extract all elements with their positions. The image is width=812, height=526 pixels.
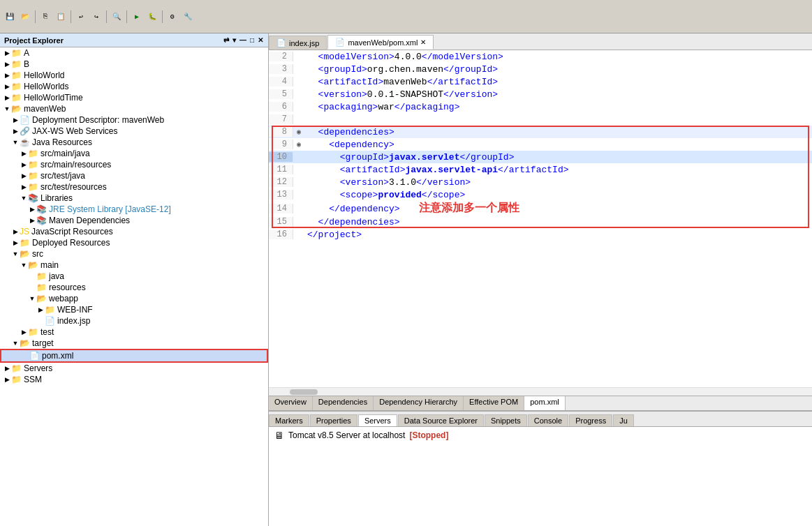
tree-arrow-webapp: ▼: [28, 295, 36, 302]
editor-bottom-tabs-bar: Overview Dependencies Dependency Hierarc…: [269, 396, 812, 411]
tree-item-test[interactable]: ▶ 📁 test: [0, 326, 268, 338]
editor-tab-pom-xml[interactable]: pom.xml: [524, 396, 566, 410]
line-content-5: <version>0.0.1-SNAPSHOT</version>: [304, 89, 812, 100]
tree-item-src-main-res[interactable]: ▶ 📁 src/main/resources: [0, 159, 268, 170]
editor-hscroll[interactable]: [269, 387, 812, 396]
tree-item-index-jsp[interactable]: 📄 index.jsp: [0, 315, 268, 326]
jsp-icon: 📄: [45, 316, 55, 326]
tree-item-A[interactable]: ▶ 📁 A: [0, 47, 268, 59]
code-editor-area[interactable]: 2 <modelVersion>4.0.0</modelVersion> 3 <…: [269, 50, 812, 387]
close-panel-icon[interactable]: ✕: [257, 36, 264, 45]
tree-item-HelloWorld[interactable]: ▶ 📁 HelloWorld: [0, 70, 268, 81]
line-arrow-9: ◉: [293, 140, 304, 149]
code-line-16: 16 </project>: [269, 228, 812, 241]
line-num-16: 16: [269, 230, 293, 239]
tab-pom-xml[interactable]: 📄 mavenWeb/pom.xml ✕: [327, 35, 434, 50]
main-toolbar: 💾 📂 ⎘ 📋 ↩ ↪ 🔍 ▶ 🐛 ⚙ 🔧: [0, 0, 812, 33]
tree-item-webapp[interactable]: ▼ 📂 webapp: [0, 293, 268, 304]
bottom-panel-content: 🖥 Tomcat v8.5 Server at localhost [Stopp…: [269, 427, 812, 526]
tree-item-pom-xml[interactable]: 📄 pom.xml: [0, 349, 268, 363]
tree-item-resources[interactable]: 📁 resources: [0, 282, 268, 293]
bottom-tab-markers[interactable]: Markers: [269, 414, 309, 426]
tree-item-mavenWeb[interactable]: ▼ 📂 mavenWeb: [0, 103, 268, 114]
folder-icon-mavenWeb: 📂: [11, 104, 22, 114]
tree-label-java-res: Java Resources: [32, 137, 92, 147]
maximize-icon[interactable]: □: [249, 36, 255, 45]
editor-tab-dependencies[interactable]: Dependencies: [313, 396, 374, 410]
tree-item-jax-ws[interactable]: ▶ 🔗 JAX-WS Web Services: [0, 126, 268, 137]
tree-item-java-resources[interactable]: ▼ ☕ Java Resources: [0, 137, 268, 148]
toolbar-btn-4[interactable]: 📋: [54, 10, 68, 24]
toolbar-btn-2[interactable]: 📂: [18, 10, 32, 24]
tree-arrow-deployed: ▶: [11, 239, 20, 246]
line-content-16: </project>: [304, 230, 812, 240]
tree-item-src[interactable]: ▼ 📂 src: [0, 248, 268, 260]
collapse-icon[interactable]: ▾: [232, 36, 237, 45]
editor-panel: 📄 index.jsp 📄 mavenWeb/pom.xml ✕ 2 <mode…: [269, 33, 812, 526]
editor-tab-effective-pom[interactable]: Effective POM: [464, 396, 524, 410]
tree-label-jax: JAX-WS Web Services: [32, 126, 117, 136]
tree-item-target[interactable]: ▼ 📂 target: [0, 338, 268, 349]
toolbar-debug[interactable]: 🐛: [145, 10, 159, 24]
tree-item-HelloWorlds[interactable]: ▶ 📁 HelloWorlds: [0, 81, 268, 92]
line-num-6: 6: [269, 102, 293, 112]
tree-item-deployed-res[interactable]: ▶ 📁 Deployed Resources: [0, 237, 268, 248]
tree-arrow-stj: ▶: [20, 172, 28, 179]
tree-arrow-jax: ▶: [11, 128, 20, 135]
tree-arrow-lib: ▼: [20, 195, 28, 202]
tree-item-deployment[interactable]: ▶ 📄 Deployment Descriptor: mavenWeb: [0, 114, 268, 126]
code-line-10: 10 <groupId>javax.servlet</groupId>: [269, 151, 812, 163]
line-content-14: </dependency> 注意添加多一个属性: [304, 201, 812, 216]
bottom-tab-servers[interactable]: Servers: [358, 414, 397, 426]
tree-item-HelloWorldTime[interactable]: ▶ 📁 HelloWorldTime: [0, 92, 268, 103]
bottom-tab-console[interactable]: Console: [528, 414, 568, 426]
toolbar-sep-5: [162, 10, 163, 23]
toolbar-btn-3[interactable]: ⎘: [38, 10, 52, 24]
server-row-tomcat[interactable]: 🖥 Tomcat v8.5 Server at localhost [Stopp…: [269, 427, 812, 444]
bottom-tab-datasource[interactable]: Data Source Explorer: [398, 414, 484, 426]
tree-item-jre[interactable]: ▶ 📚 JRE System Library [JavaSE-12]: [0, 204, 268, 215]
sync-icon[interactable]: ⇄: [223, 36, 230, 45]
tab-close-pom[interactable]: ✕: [420, 38, 426, 46]
code-line-11: 11 <artifactId>javax.servlet-api</artifa…: [269, 163, 812, 176]
line-content-3: <groupId>org.chen.maven</groupId>: [304, 64, 812, 75]
toolbar-run[interactable]: ▶: [130, 10, 144, 24]
bottom-tab-snippets[interactable]: Snippets: [485, 414, 527, 426]
tree-item-src-main-java[interactable]: ▶ 📁 src/main/java: [0, 148, 268, 159]
line-num-12: 12: [269, 177, 293, 187]
bottom-tab-properties[interactable]: Properties: [310, 414, 357, 426]
bottom-tab-ju[interactable]: Ju: [613, 414, 634, 426]
bottom-tab-progress[interactable]: Progress: [569, 414, 612, 426]
folder-icon-java: 📁: [36, 271, 47, 281]
project-explorer-panel: Project Explorer ⇄ ▾ — □ ✕ ▶ 📁 A ▶ 📁: [0, 33, 269, 526]
tree-item-js-res[interactable]: ▶ JS JavaScript Resources: [0, 226, 268, 237]
minimize-icon[interactable]: —: [239, 36, 247, 45]
tree-item-B[interactable]: ▶ 📁 B: [0, 59, 268, 70]
editor-tab-overview[interactable]: Overview: [269, 396, 313, 410]
folder-icon-deployed: 📁: [20, 238, 30, 248]
toolbar-btn-6[interactable]: ↪: [89, 10, 103, 24]
toolbar-btn-5[interactable]: ↩: [74, 10, 88, 24]
tree-item-java[interactable]: 📁 java: [0, 271, 268, 282]
folder-icon-resources: 📁: [36, 283, 47, 292]
tree-label-A: A: [24, 48, 29, 58]
tree-label-webinf: WEB-INF: [57, 305, 93, 315]
toolbar-btn-1[interactable]: 💾: [3, 10, 17, 24]
tree-item-maven-deps[interactable]: ▶ 📚 Maven Dependencies: [0, 215, 268, 226]
tree-item-src-test-java[interactable]: ▶ 📁 src/test/java: [0, 170, 268, 181]
tree-item-src-test-res[interactable]: ▶ 📁 src/test/resources: [0, 181, 268, 193]
tree-item-libraries[interactable]: ▼ 📚 Libraries: [0, 193, 268, 204]
code-line-9: 9 ◉ <dependency>: [269, 138, 812, 151]
toolbar-btn-7[interactable]: 🔍: [110, 10, 124, 24]
tree-label-ssm: SSM: [24, 375, 42, 384]
tree-item-web-inf[interactable]: ▶ 📁 WEB-INF: [0, 304, 268, 315]
tab-index-jsp[interactable]: 📄 index.jsp: [269, 36, 327, 50]
tree-item-servers[interactable]: ▶ 📁 Servers: [0, 363, 268, 374]
editor-tab-dep-hierarchy[interactable]: Dependency Hierarchy: [374, 396, 464, 410]
toolbar-btn-9[interactable]: 🔧: [181, 10, 195, 24]
project-explorer-header: Project Explorer ⇄ ▾ — □ ✕: [0, 33, 268, 47]
xml-icon-pom: 📄: [29, 351, 40, 361]
tree-item-main[interactable]: ▼ 📂 main: [0, 260, 268, 271]
tree-item-ssm[interactable]: ▶ 📁 SSM: [0, 374, 268, 385]
toolbar-btn-8[interactable]: ⚙: [165, 10, 179, 24]
